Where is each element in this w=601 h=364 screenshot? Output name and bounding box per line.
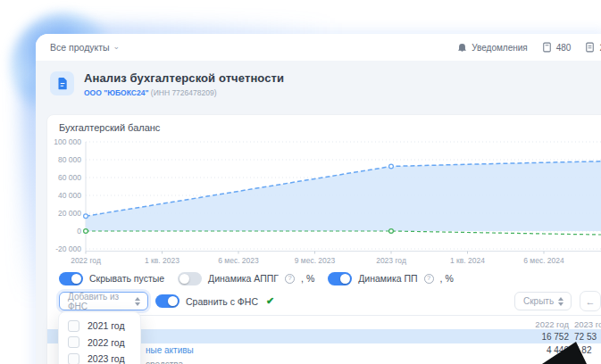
- hide-empty-toggle[interactable]: [59, 272, 83, 285]
- check-icon: ✔: [266, 295, 274, 307]
- appg-help-icon[interactable]: ?: [285, 274, 295, 284]
- hide-select-label: Скрыть: [523, 296, 554, 306]
- appg-suffix: , %: [301, 273, 314, 284]
- data-point-marker[interactable]: [389, 229, 394, 234]
- balance-count: 480: [556, 43, 572, 53]
- pp-toggle[interactable]: [328, 272, 352, 285]
- menu-item-year[interactable]: 2021 год: [59, 318, 140, 335]
- data-point-marker[interactable]: [389, 164, 394, 169]
- x-axis-tick-label: 2023 год: [376, 256, 406, 265]
- products-menu-label: Все продукты: [50, 42, 110, 53]
- hide-columns-select[interactable]: Скрыть: [514, 292, 572, 310]
- year-label: 2022 год: [88, 337, 125, 348]
- data-point-marker[interactable]: [84, 214, 88, 219]
- fns-year-menu: 2021 год2022 год2023 год: [58, 311, 141, 364]
- company-inn: (ИНН 7726478209): [151, 88, 217, 97]
- year-label: 2021 год: [88, 320, 125, 331]
- row-label-link[interactable]: ные активы: [146, 345, 194, 355]
- select-arrows-icon: [558, 297, 563, 306]
- y-axis-tick-label: 100 000: [54, 137, 81, 146]
- products-menu[interactable]: Все продукты ⌄: [50, 42, 120, 53]
- appg-group: Динамика АППГ ? , %: [178, 272, 314, 285]
- x-axis-tick-label: 6 мес. 2023: [218, 256, 259, 265]
- year-checkbox[interactable]: [68, 320, 79, 332]
- y-axis-tick-label: -20 000: [55, 244, 81, 253]
- pp-label: Динамика ПП: [358, 273, 417, 284]
- notifications-button[interactable]: Уведомления: [457, 42, 528, 53]
- hide-empty-label: Скрывать пустые: [89, 273, 164, 284]
- y-axis-tick-label: 0: [77, 227, 81, 236]
- balance-area-fill: [86, 161, 601, 232]
- select-arrows-icon: [135, 297, 140, 306]
- pp-suffix: , %: [440, 273, 454, 284]
- documents-counter[interactable]: 2: [585, 42, 601, 53]
- document-icon: [585, 42, 595, 53]
- wallet-icon: [542, 42, 552, 53]
- arrow-left-icon: ←: [586, 296, 596, 307]
- x-axis-tick-label: 1 кв. 2024: [450, 256, 485, 265]
- pp-group: Динамика ПП ? , %: [328, 272, 454, 285]
- chart-toggles-row: Скрывать пустые Динамика АППГ ? , % Дина…: [59, 271, 454, 285]
- y-axis-tick-label: 20 000: [58, 209, 81, 218]
- y-axis-tick-label: 60 000: [58, 173, 81, 182]
- x-axis-tick-label: 9 мес. 2023: [295, 256, 336, 265]
- data-point-marker[interactable]: [84, 229, 88, 234]
- appg-toggle[interactable]: [178, 272, 202, 285]
- column-header-2022[interactable]: 2022 год: [535, 319, 569, 329]
- fns-year-menu-items: 2021 год2022 год2023 год: [59, 318, 140, 364]
- pp-help-icon[interactable]: ?: [424, 274, 434, 284]
- balance-chart-svg: 100 00080 00060 00040 00020 0000-20 0002…: [47, 135, 601, 274]
- y-axis-tick-label: 80 000: [58, 155, 81, 164]
- x-axis-tick-label: 2022 год: [71, 256, 101, 265]
- year-checkbox[interactable]: [68, 353, 79, 364]
- compare-fns-toggle[interactable]: [155, 294, 179, 308]
- menu-item-year[interactable]: 2023 год: [59, 351, 140, 364]
- app-window: Все продукты ⌄ Уведомления 480: [36, 34, 601, 364]
- x-axis-tick-label: 1 кв. 2023: [145, 256, 179, 265]
- add-from-fns-placeholder: Добавить из ФНС: [68, 292, 135, 311]
- hide-empty-group: Скрывать пустые: [59, 272, 164, 285]
- controls-row: Добавить из ФНС Сравнить с ФНС ✔ Скрыть …: [47, 292, 601, 311]
- add-from-fns-select[interactable]: Добавить из ФНС: [59, 292, 148, 310]
- year-label: 2023 год: [88, 353, 125, 364]
- fns-line: [86, 231, 601, 235]
- compare-fns-label: Сравнить с ФНС: [186, 296, 258, 307]
- report-doc-icon: [50, 71, 74, 95]
- bell-icon: [457, 42, 467, 53]
- company-subtitle: ООО "ЮБОКС24" (ИНН 7726478209): [84, 88, 284, 97]
- compare-fns-group: Сравнить с ФНС ✔: [155, 294, 274, 308]
- company-name-link[interactable]: ООО "ЮБОКС24": [84, 88, 148, 97]
- topbar: Все продукты ⌄ Уведомления 480: [36, 34, 601, 61]
- row-label: средства: [146, 360, 183, 364]
- y-axis-tick-label: 40 000: [58, 191, 81, 200]
- page-title: Анализ бухгалтерской отчетности: [84, 71, 284, 85]
- collapse-arrow-button[interactable]: ←: [580, 291, 601, 311]
- x-axis-tick-label: 6 мес. 2024: [523, 256, 564, 265]
- chart-title: Бухгалтерский баланс: [59, 122, 160, 133]
- page-header: Анализ бухгалтерской отчетности ООО "ЮБО…: [50, 71, 284, 97]
- mouse-cursor: [540, 336, 592, 364]
- notifications-label: Уведомления: [472, 43, 528, 53]
- year-checkbox[interactable]: [68, 336, 79, 348]
- column-header-2023[interactable]: 2023 го: [574, 319, 601, 329]
- menu-item-year[interactable]: 2022 год: [59, 335, 140, 352]
- balance-counter[interactable]: 480: [542, 42, 572, 53]
- appg-label: Динамика АППГ: [208, 273, 279, 284]
- chevron-down-icon: ⌄: [113, 42, 121, 51]
